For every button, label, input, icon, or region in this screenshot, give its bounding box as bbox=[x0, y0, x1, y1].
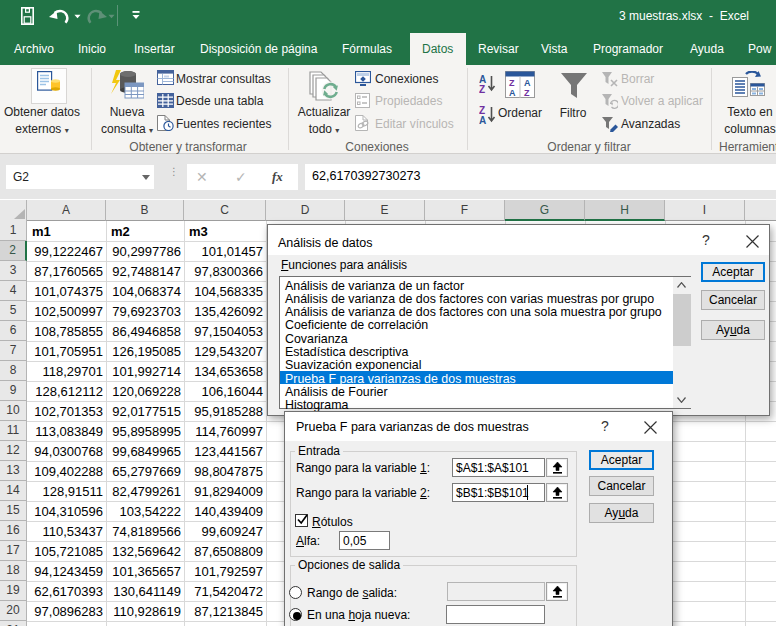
svg-text:A: A bbox=[524, 78, 531, 88]
svg-text:Z: Z bbox=[509, 78, 515, 88]
svg-text:A: A bbox=[479, 115, 486, 125]
svg-text:Z: Z bbox=[524, 88, 530, 98]
svg-text:A: A bbox=[509, 88, 516, 98]
svg-text:Z: Z bbox=[479, 84, 485, 94]
